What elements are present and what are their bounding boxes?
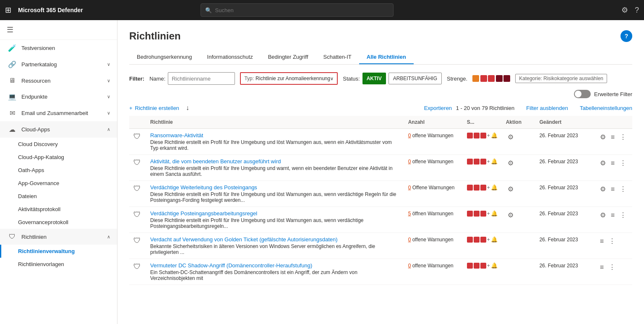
table-settings-link[interactable]: Tabelleneinstellungen (580, 105, 632, 111)
policy-desc: Diese Richtlinie erstellt ein Profil für… (150, 139, 400, 151)
severity-low-btn[interactable] (472, 75, 479, 82)
more-btn[interactable]: ⋮ (618, 158, 628, 168)
sidebar-item-ressourcen[interactable]: 🖥 Ressourcen ∨ (0, 73, 117, 89)
table-row: 🛡 Verdacht auf Verwendung von Golden Tic… (129, 233, 632, 259)
sidebar-label: Endpunkte (21, 94, 102, 100)
sidebar-item-oath-apps[interactable]: Oath-Apps (0, 164, 117, 177)
filter-category-dropdown[interactable]: Kategorie: Risikokategorie auswählen (515, 74, 607, 83)
sidebar-item-dateien[interactable]: Dateien (0, 190, 117, 203)
settings-action-btn[interactable]: ⚙ (506, 158, 515, 168)
chevron-down-icon: ∨ (330, 76, 334, 81)
sidebar-item-app-governance[interactable]: App-Governance (0, 177, 117, 190)
gear-btn[interactable]: ⚙ (598, 158, 607, 168)
help-icon[interactable]: ? (635, 6, 639, 15)
warn-count[interactable]: 5 öffnen Warnungen (408, 211, 454, 217)
sidebar-item-testversionen[interactable]: 🧪 Testversionen (0, 40, 117, 56)
sidebar-item-cloud-discovery[interactable]: Cloud Discovery (0, 138, 117, 151)
list-btn[interactable]: ≡ (609, 185, 616, 194)
policy-type-icon: 🛡 (133, 184, 141, 193)
gear-btn[interactable]: ⚙ (598, 210, 607, 220)
search-bar[interactable]: 🔍 (201, 3, 394, 17)
plus-icon: + (487, 159, 490, 165)
richtlinien-icon: 🛡 (8, 233, 16, 240)
filter-status-active-btn[interactable]: AKTIV (362, 73, 386, 84)
sidebar-item-endpunkte[interactable]: 💻 Endpunkte ∨ (0, 89, 117, 105)
row-actions: ⚙ ≡ ⋮ (598, 210, 628, 220)
search-input[interactable] (215, 7, 389, 13)
tab-bedingter-zugriff[interactable]: Bedingter Zugriff (261, 50, 316, 64)
table-row: 🛡 Verdächtige Posteingangsbearbeitungsre… (129, 207, 632, 233)
warn-count[interactable]: 0 Offene Warnungen (408, 185, 455, 191)
filter-status-inactive-btn[interactable]: ARBEITSUNFÄHIG (388, 73, 442, 84)
policy-name[interactable]: Aktivität, die vom beendeten Benutzer au… (150, 158, 400, 165)
gear-btn[interactable]: ⚙ (598, 132, 607, 142)
filter-name-input[interactable] (168, 72, 235, 85)
severity-high2-btn[interactable] (503, 75, 510, 82)
list-btn[interactable]: ≡ (598, 263, 605, 272)
policy-date: 26. Februar 2023 (540, 263, 578, 269)
warn-count[interactable]: 0 offene Warnungen (408, 159, 454, 165)
col-richtlinie[interactable]: Richtlinie (146, 116, 404, 129)
gear-btn[interactable]: ⚙ (598, 184, 607, 194)
download-button[interactable]: ↓ (186, 104, 189, 112)
policy-name[interactable]: Verdacht auf Verwendung von Golden Ticke… (150, 236, 400, 243)
advanced-filter-label: Erweiterte Filter (594, 91, 632, 97)
severity-med-btn[interactable] (480, 75, 487, 82)
sidebar-item-email[interactable]: ✉ Email und Zusammenarbeit ∨ (0, 105, 117, 121)
bell-icon: 🔔 (491, 262, 498, 269)
more-btn[interactable]: ⋮ (618, 210, 628, 220)
sidebar-label: Ressourcen (21, 78, 102, 84)
list-btn[interactable]: ≡ (609, 211, 616, 220)
help-button[interactable]: ? (621, 30, 632, 42)
sidebar-item-cloud-apps[interactable]: ☁ Cloud-Apps ∧ (0, 121, 117, 138)
sidebar-item-partnerkatalog[interactable]: 🔗 Partnerkatalog ∨ (0, 56, 117, 73)
advanced-filter-toggle[interactable] (574, 90, 591, 98)
sidebar-item-cloud-app-katalog[interactable]: Cloud-App-Katalog (0, 151, 117, 164)
export-label[interactable]: Exportieren (424, 105, 452, 111)
sidebar-item-richtlinien[interactable]: 🛡 Richtlinien ∧ (0, 229, 117, 245)
sidebar-item-governanceprotokoll[interactable]: Governanceprotokoll (0, 216, 117, 229)
settings-action-btn[interactable]: ⚙ (506, 184, 515, 194)
sidebar-item-aktivitaetsprotokoll[interactable]: Aktivitätsprotokoll (0, 203, 117, 216)
policy-name[interactable]: Vermuteter DC Shadow-Angriff (Domänencon… (150, 262, 400, 269)
sev-block-2 (474, 159, 480, 165)
tab-informationsschutz[interactable]: Informationsschutz (200, 50, 261, 64)
sidebar-item-richtlinienverwaltung[interactable]: Richtlinienverwaltung (0, 245, 117, 258)
filter-type-dropdown[interactable]: Typ: Richtlinie zur Anomalieerkennung ∨ (240, 72, 338, 85)
policy-desc: Bekannte Sicherheitsrisiken in älteren V… (150, 243, 400, 255)
warn-count[interactable]: 0 offene Warnungen (408, 263, 454, 269)
create-policy-button[interactable]: + Richtlinie erstellen (129, 105, 179, 111)
settings-icon[interactable]: ⚙ (621, 5, 628, 15)
col-status[interactable]: S... (463, 116, 502, 129)
filter-status-label: Status: (343, 76, 360, 82)
settings-action-btn[interactable]: ⚙ (506, 132, 515, 142)
policy-name[interactable]: Verdächtige Weiterleitung des Posteingan… (150, 184, 400, 191)
sev-block-2 (474, 185, 480, 191)
sidebar-item-richtlinienvorlagen[interactable]: Richtlinienvorlagen (0, 258, 117, 271)
row-actions: ≡ ⋮ (598, 236, 628, 246)
grid-icon[interactable]: ⊞ (5, 5, 11, 15)
severity-high-btn[interactable] (496, 75, 503, 82)
more-btn[interactable]: ⋮ (618, 132, 628, 142)
more-btn[interactable]: ⋮ (607, 236, 617, 246)
tab-schatten-it[interactable]: Schatten-IT (316, 50, 359, 64)
settings-action-btn[interactable]: ⚙ (506, 210, 515, 220)
hide-filter-link[interactable]: Filter ausblenden (526, 105, 568, 111)
policy-name[interactable]: Verdächtige Posteingangsbearbeitungsrege… (150, 210, 400, 217)
sidebar-label: Email und Zusammenarbeit (21, 110, 102, 116)
warn-count[interactable]: 0 offene Warnungen (408, 133, 454, 138)
table-row: 🛡 Ransomware-Aktivität Diese Richtlinie … (129, 129, 632, 155)
more-btn[interactable]: ⋮ (618, 184, 628, 194)
hamburger-btn[interactable]: ☰ (0, 20, 117, 40)
list-btn[interactable]: ≡ (609, 159, 616, 168)
tab-bedrohungserkennung[interactable]: Bedrohungserkennung (129, 50, 200, 64)
severity-med2-btn[interactable] (488, 75, 495, 82)
tab-alle-richtlinien[interactable]: Alle Richtlinien (359, 50, 414, 64)
more-btn[interactable]: ⋮ (607, 262, 617, 272)
sev-block-1 (467, 263, 473, 269)
severity-indicators: + 🔔 (467, 132, 498, 138)
policy-name[interactable]: Ransomware-Aktivität (150, 132, 400, 138)
list-btn[interactable]: ≡ (609, 133, 616, 142)
list-btn[interactable]: ≡ (598, 237, 605, 246)
warn-count[interactable]: 0 offene Warnungen (408, 237, 454, 243)
